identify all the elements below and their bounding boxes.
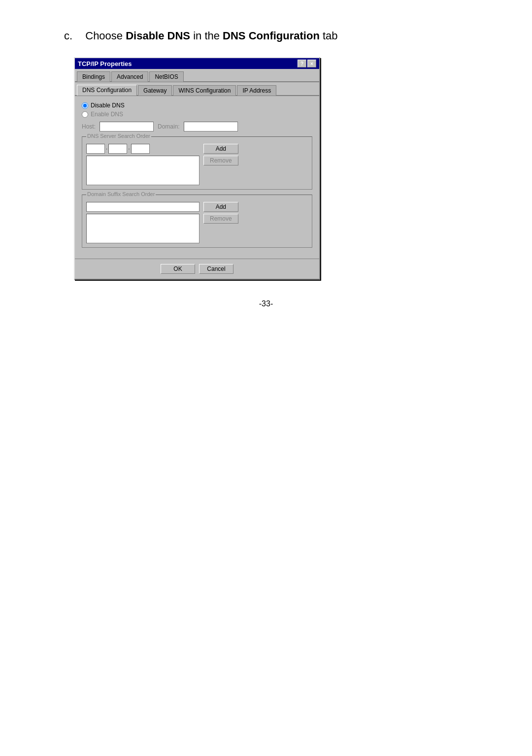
radio-enable-dns-option: Enable DNS <box>82 111 312 118</box>
content-area: Disable DNS Enable DNS Host: Domain: DNS… <box>75 96 319 259</box>
dialog-footer: OK Cancel <box>75 259 319 279</box>
instruction-tab: tab <box>320 30 338 42</box>
domain-suffix-group: Domain Suffix Search Order Add Remove <box>82 195 312 248</box>
instruction-disable-dns: Disable DNS <box>126 30 190 42</box>
dns-server-inner: · · Add Remove <box>86 144 308 185</box>
tab-bindings[interactable]: Bindings <box>77 71 110 82</box>
dialog-titlebar: TCP/IP Properties ? × <box>75 58 319 69</box>
radio-disable-dns-label: Disable DNS <box>91 102 125 109</box>
tab-dns-configuration[interactable]: DNS Configuration <box>77 85 137 96</box>
radio-enable-dns[interactable] <box>82 111 88 118</box>
domain-suffix-buttons: Add Remove <box>203 202 238 224</box>
cancel-button[interactable]: Cancel <box>199 264 233 274</box>
ip-seg-3[interactable] <box>131 144 150 154</box>
dns-server-buttons: Add Remove <box>203 144 238 165</box>
dns-server-list-area: · · <box>86 144 200 185</box>
instruction-text: c. Choose Disable DNS in the DNS Configu… <box>44 30 338 42</box>
help-button[interactable]: ? <box>298 60 306 67</box>
dns-server-group-label: DNS Server Search Order <box>86 133 151 139</box>
tab-row-2: DNS Configuration Gateway WINS Configura… <box>75 82 319 96</box>
tab-row-1: Bindings Advanced NetBIOS <box>75 69 319 82</box>
ok-button[interactable]: OK <box>161 264 195 274</box>
tab-netbios[interactable]: NetBIOS <box>149 71 183 82</box>
close-button[interactable]: × <box>307 60 316 67</box>
instruction-in-the: in the <box>190 30 223 42</box>
dns-server-remove-button[interactable]: Remove <box>203 156 238 165</box>
page-number: -33- <box>44 299 488 308</box>
domain-suffix-remove-button[interactable]: Remove <box>203 214 238 224</box>
tab-wins-configuration[interactable]: WINS Configuration <box>173 85 236 96</box>
radio-disable-dns-option: Disable DNS <box>82 102 312 109</box>
domain-input[interactable] <box>184 122 238 131</box>
domain-suffix-list-area <box>86 202 200 243</box>
dot-1: · <box>106 145 107 152</box>
dot-2: · <box>128 145 130 152</box>
instruction-choose: Choose <box>85 30 126 42</box>
ip-seg-2[interactable] <box>108 144 127 154</box>
dialog-body: Bindings Advanced NetBIOS DNS Configurat… <box>75 69 319 279</box>
dns-server-add-button[interactable]: Add <box>203 144 238 154</box>
host-input[interactable] <box>100 122 154 131</box>
dialog-title: TCP/IP Properties <box>78 60 132 67</box>
radio-enable-dns-label: Enable DNS <box>91 111 123 118</box>
list-label: c. <box>64 30 72 42</box>
domain-suffix-listbox[interactable] <box>86 214 200 243</box>
ip-seg-1[interactable] <box>86 144 105 154</box>
domain-suffix-group-label: Domain Suffix Search Order <box>86 191 156 197</box>
radio-disable-dns[interactable] <box>82 102 88 109</box>
host-domain-row: Host: Domain: <box>82 122 312 131</box>
tab-ip-address[interactable]: IP Address <box>237 85 276 96</box>
ip-input-row: · · <box>86 144 200 154</box>
tab-gateway[interactable]: Gateway <box>138 85 172 96</box>
host-label: Host: <box>82 123 96 130</box>
instruction-dns-config: DNS Configuration <box>223 30 320 42</box>
tab-advanced[interactable]: Advanced <box>111 71 148 82</box>
dns-server-listbox[interactable] <box>86 156 200 185</box>
titlebar-buttons: ? × <box>298 60 316 67</box>
suffix-input[interactable] <box>86 202 200 212</box>
tcpip-properties-dialog: TCP/IP Properties ? × Bindings Advanced … <box>74 57 320 280</box>
domain-suffix-add-button[interactable]: Add <box>203 202 238 212</box>
domain-label: Domain: <box>158 123 180 130</box>
domain-suffix-inner: Add Remove <box>86 202 308 243</box>
dns-server-group: DNS Server Search Order · · <box>82 136 312 190</box>
